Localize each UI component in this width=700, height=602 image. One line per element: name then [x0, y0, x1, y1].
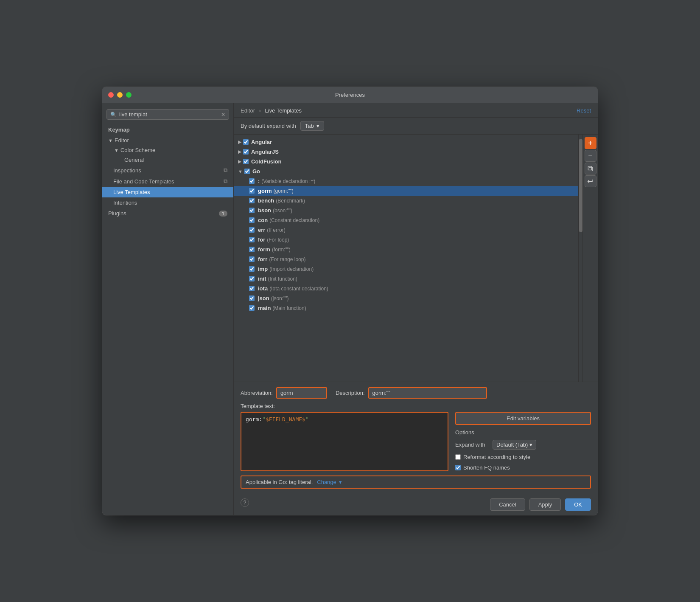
apply-button[interactable]: Apply	[529, 498, 561, 511]
sidebar-item-intentions[interactable]: Intentions	[102, 197, 233, 208]
shorten-fq-checkbox[interactable]	[455, 465, 461, 470]
group-angularjs-checkbox[interactable]	[243, 149, 249, 155]
arrow-down-icon: ▼	[108, 138, 113, 143]
template-row-imp[interactable]: imp (Import declaration)	[234, 264, 578, 274]
sidebar-item-keymap[interactable]: Keymap	[102, 124, 233, 135]
arrow-down-icon: ▼	[238, 169, 243, 174]
template-con-checkbox[interactable]	[249, 217, 255, 223]
template-list-area: ▶ Angular ▶ AngularJS ▶ ColdFusion	[234, 135, 598, 382]
template-list: ▶ Angular ▶ AngularJS ▶ ColdFusion	[234, 135, 578, 382]
template-bson-checkbox[interactable]	[249, 208, 255, 213]
template-row-forr[interactable]: forr (For range loop)	[234, 254, 578, 264]
chevron-down-icon: ▾	[339, 479, 342, 485]
template-row-bench[interactable]: bench (Benchmark)	[234, 196, 578, 205]
plugins-badge: 1	[219, 211, 227, 217]
reformat-checkbox[interactable]	[455, 454, 461, 460]
template-row-init[interactable]: init (Init function)	[234, 274, 578, 284]
template-iota-checkbox[interactable]	[249, 286, 255, 291]
template-row-con[interactable]: con (Constant declaration)	[234, 215, 578, 225]
group-coldfusion-checkbox[interactable]	[243, 159, 249, 164]
content-area: 🔍 ✕ Keymap ▼ Editor ▼ Color Scheme Gener…	[102, 103, 598, 515]
details-panel: Abbreviation: Description: Template text…	[234, 382, 598, 494]
bottom-bar: ? Cancel Apply OK	[234, 494, 598, 515]
add-template-button[interactable]: +	[585, 137, 596, 149]
minimize-button[interactable]	[117, 92, 123, 98]
remove-template-button[interactable]: −	[585, 150, 596, 162]
abbreviation-group: Abbreviation:	[241, 387, 327, 399]
reformat-row: Reformat according to style	[455, 454, 591, 460]
template-main-checkbox[interactable]	[249, 305, 255, 311]
expand-dropdown[interactable]: Tab ▾	[300, 121, 324, 131]
copy-icon: ⧉	[224, 167, 227, 174]
sidebar-item-color-scheme[interactable]: ▼ Color Scheme	[102, 145, 233, 155]
close-button[interactable]	[108, 92, 114, 98]
sidebar-item-general[interactable]: General	[102, 155, 233, 165]
template-for-checkbox[interactable]	[249, 237, 255, 242]
details-row1: Abbreviation: Description:	[241, 387, 591, 399]
help-button[interactable]: ?	[241, 498, 249, 507]
right-options: Edit variables Options Expand with Defau…	[455, 412, 591, 471]
scrollbar[interactable]	[578, 135, 582, 382]
preferences-window: Preferences 🔍 ✕ Keymap ▼ Editor ▼ Color	[102, 87, 598, 515]
group-angular[interactable]: ▶ Angular	[234, 137, 578, 147]
abbreviation-label: Abbreviation:	[241, 390, 273, 396]
template-json-checkbox[interactable]	[249, 295, 255, 301]
copy-template-button[interactable]: ⧉	[585, 163, 596, 174]
template-text-label: Template text:	[241, 403, 591, 409]
ok-button[interactable]: OK	[565, 498, 591, 511]
template-row-form[interactable]: form (form:"")	[234, 245, 578, 254]
template-bench-checkbox[interactable]	[249, 198, 255, 203]
template-row-main[interactable]: main (Main function)	[234, 303, 578, 313]
scrollbar-thumb[interactable]	[579, 139, 582, 232]
template-forr-checkbox[interactable]	[249, 256, 255, 262]
template-row-json[interactable]: json (json:"")	[234, 293, 578, 303]
window-controls	[108, 92, 132, 98]
change-link[interactable]: Change	[317, 479, 336, 485]
template-row-bson[interactable]: bson (bson:"")	[234, 205, 578, 215]
details-row2: gorm:"$FIELD_NAME$" Edit variables Optio…	[241, 412, 591, 471]
copy-icon: ⧉	[224, 178, 227, 185]
description-input[interactable]	[368, 387, 487, 399]
edit-variables-button[interactable]: Edit variables	[455, 412, 591, 425]
group-angular-checkbox[interactable]	[243, 139, 249, 145]
description-label: Description:	[336, 390, 365, 396]
group-go-checkbox[interactable]	[244, 169, 250, 174]
template-row-for[interactable]: for (For loop)	[234, 235, 578, 245]
template-init-checkbox[interactable]	[249, 276, 255, 281]
group-angularjs[interactable]: ▶ AngularJS	[234, 147, 578, 157]
window-title: Preferences	[335, 92, 365, 98]
undo-button[interactable]: ↩	[585, 175, 596, 187]
sidebar-item-inspections[interactable]: Inspections ⧉	[102, 165, 233, 176]
cancel-button[interactable]: Cancel	[490, 498, 525, 511]
applicable-row: Applicable in Go: tag literal. Change ▾	[241, 475, 591, 489]
sidebar-item-live-templates[interactable]: Live Templates	[102, 187, 233, 197]
group-go[interactable]: ▼ Go	[234, 166, 578, 176]
description-group: Description:	[336, 387, 487, 399]
template-row-gorm[interactable]: gorm (gorm:"")	[234, 186, 578, 196]
arrow-down-icon: ▼	[114, 148, 119, 153]
shorten-fq-row: Shorten FQ names	[455, 464, 591, 471]
template-text-area[interactable]: gorm:"$FIELD_NAME$"	[241, 412, 448, 471]
sidebar-item-editor[interactable]: ▼ Editor	[102, 135, 233, 145]
expand-with-dropdown[interactable]: Default (Tab) ▾	[493, 440, 536, 450]
abbreviation-input[interactable]	[276, 387, 327, 399]
template-colon-checkbox[interactable]	[249, 178, 255, 184]
search-input[interactable]	[119, 111, 221, 118]
template-row-iota[interactable]: iota (Iota constant declaration)	[234, 284, 578, 293]
template-imp-checkbox[interactable]	[249, 266, 255, 272]
clear-icon[interactable]: ✕	[221, 112, 225, 118]
reset-button[interactable]: Reset	[577, 107, 591, 114]
template-row-err[interactable]: err (If error)	[234, 225, 578, 235]
sidebar-item-plugins[interactable]: Plugins 1	[102, 208, 233, 219]
arrow-right-icon: ▶	[238, 159, 241, 164]
group-coldfusion[interactable]: ▶ ColdFusion	[234, 157, 578, 166]
chevron-down-icon: ▾	[316, 123, 319, 129]
sidebar-item-file-code-templates[interactable]: File and Code Templates ⧉	[102, 176, 233, 187]
search-bar[interactable]: 🔍 ✕	[106, 109, 229, 120]
maximize-button[interactable]	[126, 92, 132, 98]
template-gorm-checkbox[interactable]	[249, 188, 255, 194]
template-form-checkbox[interactable]	[249, 247, 255, 252]
search-icon: 🔍	[110, 112, 117, 118]
template-row-colon[interactable]: : (Variable declaration :=)	[234, 176, 578, 186]
template-err-checkbox[interactable]	[249, 227, 255, 233]
